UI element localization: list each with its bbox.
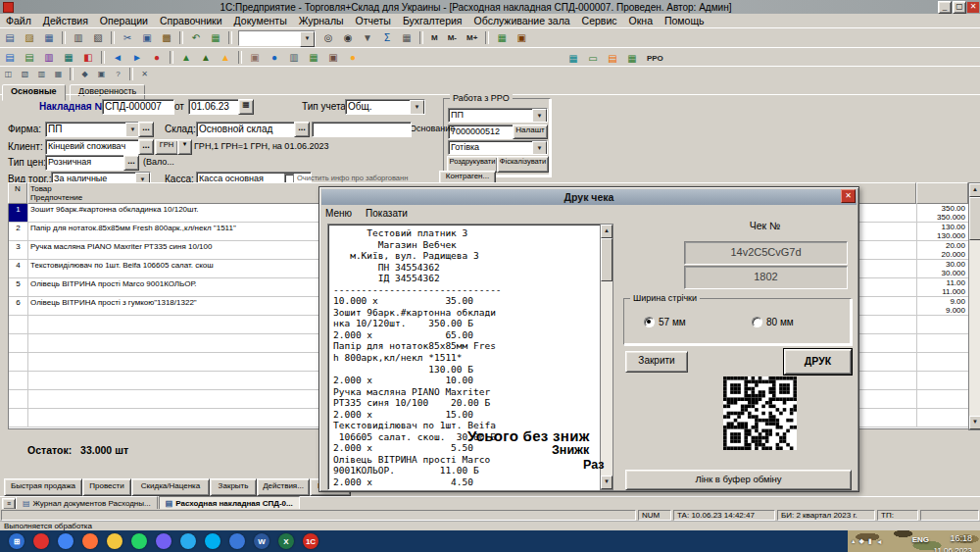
firm-select-button[interactable]: ...	[138, 122, 154, 137]
menu-item-сервис[interactable]: Сервис	[576, 15, 623, 26]
word-icon[interactable]: W	[254, 533, 270, 549]
row-values-cell[interactable]	[917, 409, 969, 427]
menu-item-документы[interactable]: Документы	[228, 15, 293, 26]
rate-button[interactable]: ▾	[177, 139, 192, 155]
antivirus-tray-icon[interactable]: ◆	[859, 537, 864, 545]
maximize-button[interactable]: ▢	[953, 1, 966, 14]
pine-icon[interactable]: ▲	[197, 49, 215, 66]
dialog-menu-menu[interactable]: Меню	[325, 208, 352, 219]
account-type-combo[interactable]: Общ.▼	[345, 99, 425, 115]
find-icon[interactable]: ◎	[319, 29, 337, 46]
scroll-up-icon[interactable]: ▲	[969, 183, 980, 197]
row-values-cell[interactable]	[917, 334, 969, 353]
chevron-down-icon[interactable]: ▼	[300, 31, 315, 47]
window-cascade-icon[interactable]: ▧	[18, 67, 32, 80]
basis-field[interactable]	[312, 122, 412, 137]
row-values-cell[interactable]: 130.00130.000	[917, 223, 969, 241]
viber-icon[interactable]	[156, 533, 172, 549]
book-icon[interactable]: ▥	[40, 49, 58, 66]
skype-icon[interactable]	[205, 533, 220, 549]
cash-register-icon[interactable]: ▦	[623, 50, 641, 67]
rro-type-combo[interactable]: ПП▼	[448, 108, 548, 123]
row-number-cell[interactable]	[9, 353, 28, 372]
quick-sale-button[interactable]: Быстрая продажа	[4, 478, 82, 496]
receipt-scrollbar[interactable]: ▲ ▼	[600, 224, 613, 490]
calculator-icon[interactable]: ▦	[398, 29, 416, 46]
save-icon[interactable]: ▦	[40, 29, 58, 46]
hidden-icons-chevron[interactable]: ▴	[852, 537, 856, 545]
arrow-right-icon[interactable]: ►	[128, 49, 146, 66]
sheet-icon[interactable]: ▤	[604, 50, 621, 67]
warning-icon[interactable]: ▲	[217, 49, 234, 66]
scrollbar-thumb[interactable]	[969, 197, 980, 240]
row-number-cell[interactable]: 1	[9, 204, 28, 223]
printer-color-icon[interactable]: ▥	[285, 49, 303, 66]
table-icon[interactable]: ▦	[207, 29, 224, 46]
scrollbar-track[interactable]	[969, 240, 980, 416]
dialog-close-action-button[interactable]: Закрити	[625, 351, 688, 373]
grid-teal-icon[interactable]: ▦	[564, 50, 582, 67]
lock-icon[interactable]: ▣	[94, 67, 109, 80]
paste-icon[interactable]: ▩	[158, 29, 175, 46]
row-number-cell[interactable]	[9, 316, 28, 334]
scrollbar-track[interactable]	[601, 281, 612, 476]
menu-item-помощь[interactable]: Помощь	[659, 15, 710, 26]
row-values-cell[interactable]: 350.00350.000	[917, 204, 969, 223]
scroll-down-icon[interactable]: ▼	[969, 416, 980, 429]
start-button[interactable]: ⊞	[9, 533, 24, 549]
rro-settings-button[interactable]: Налашт	[513, 125, 548, 139]
doc-add-icon[interactable]: ▤	[1, 49, 19, 66]
menu-item-справочники[interactable]: Справочники	[154, 15, 228, 26]
chevron-down-icon[interactable]: ▼	[410, 100, 424, 115]
memory-plus-button[interactable]: М+	[463, 29, 481, 46]
language-indicator[interactable]: ENG	[912, 535, 929, 544]
onec-icon[interactable]: 1С	[303, 533, 318, 549]
telegram-icon[interactable]	[180, 533, 196, 549]
open-document-icon[interactable]: ▨	[21, 29, 38, 46]
scrollbar-thumb[interactable]	[601, 238, 612, 281]
cut-icon[interactable]: ✂	[119, 29, 136, 46]
menu-item-обслуживание зала[interactable]: Обслуживание зала	[468, 15, 576, 26]
row-number-cell[interactable]	[9, 390, 28, 409]
cart2-icon[interactable]: ▣	[246, 49, 264, 66]
row-values-cell[interactable]: 30.0030.000	[917, 260, 969, 278]
explorer-icon[interactable]	[107, 533, 122, 549]
rro-number-field[interactable]: 7000000512	[448, 125, 514, 139]
grid-green-icon[interactable]: ▦	[305, 49, 322, 66]
actions-button[interactable]: Действия...	[257, 478, 310, 496]
toolbar-combobox[interactable]: ▼	[238, 30, 316, 46]
warehouse-select-button[interactable]: ...	[294, 122, 310, 137]
help-icon[interactable]: ?	[111, 67, 125, 80]
column-header-n[interactable]: N	[8, 182, 27, 204]
window-split-icon[interactable]: ▥	[34, 67, 49, 80]
scroll-up-icon[interactable]: ▲	[601, 225, 612, 238]
row-values-cell[interactable]: 11.0011.000	[917, 278, 969, 297]
menu-item-отчеты[interactable]: Отчеты	[350, 15, 397, 26]
row-number-cell[interactable]: 4	[9, 260, 28, 278]
whatsapp-icon[interactable]	[131, 533, 147, 549]
pin-icon[interactable]: ◆	[77, 67, 92, 80]
undo-icon[interactable]: ↶	[187, 29, 205, 46]
volume-tray-icon[interactable]: ◄	[876, 538, 883, 545]
doc-post-icon[interactable]: ▤	[21, 49, 38, 66]
tab-osnovnye[interactable]: Основные	[2, 84, 66, 101]
menu-item-операции[interactable]: Операции	[94, 15, 154, 26]
journal-icon[interactable]: ▦	[60, 49, 77, 66]
chevron-down-icon[interactable]: ▼	[532, 109, 547, 123]
opera-icon[interactable]	[33, 533, 49, 549]
mdi-tab-invoice[interactable]: ▤ Расходная накладная СПД-0...	[159, 496, 300, 510]
calendar-icon[interactable]: ▦	[238, 99, 254, 115]
close-button[interactable]: ✕	[967, 2, 979, 13]
dialog-close-button[interactable]: ✕	[841, 189, 856, 203]
menu-item-действия[interactable]: Действия	[37, 15, 94, 26]
box-icon[interactable]: ▣	[324, 49, 342, 66]
row-values-cell[interactable]: 20.0020.000	[917, 241, 969, 260]
clock[interactable]: 16:18 11.06.2023	[934, 531, 972, 552]
grid-icon[interactable]: ▦	[493, 29, 511, 46]
minimize-button[interactable]: _	[938, 1, 952, 14]
row-number-cell[interactable]	[9, 409, 28, 427]
row-values-cell[interactable]	[917, 316, 969, 334]
menu-item-файл[interactable]: Файл	[0, 15, 37, 26]
network-tray-icon[interactable]: ▮	[868, 537, 872, 545]
dialog-menu-show[interactable]: Показати	[366, 208, 408, 219]
